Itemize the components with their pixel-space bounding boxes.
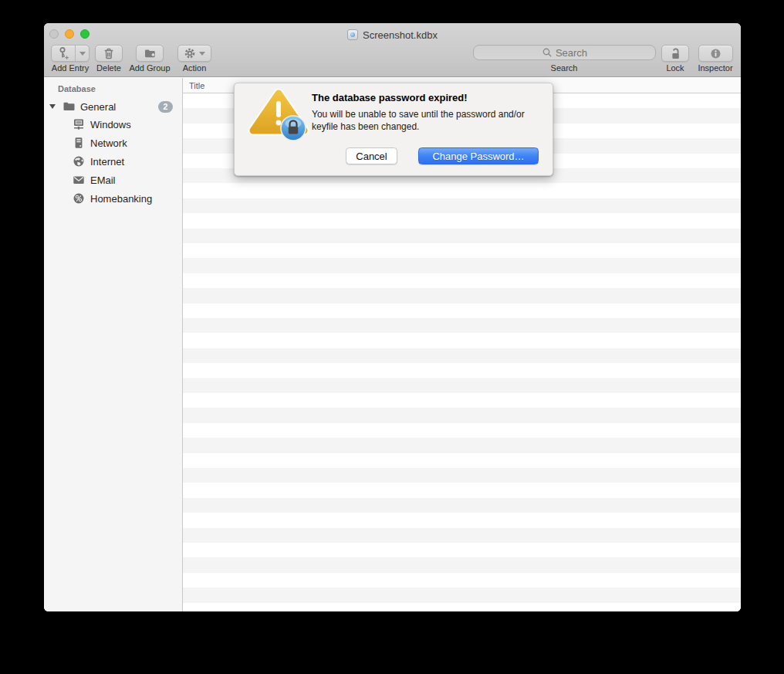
add-entry-label: Add Entry	[52, 63, 89, 73]
alert-title: The database password expired!	[312, 92, 468, 103]
warning-lock-icon	[245, 88, 312, 144]
chevron-down-icon	[199, 52, 205, 56]
sidebar-item-network[interactable]: Network	[44, 136, 182, 150]
lock-label: Lock	[666, 63, 684, 73]
disclosure-triangle-icon[interactable]	[49, 104, 56, 109]
internet-group-icon	[73, 155, 85, 168]
email-group-icon	[73, 174, 85, 186]
sidebar-item-homebanking[interactable]: Homebanking	[44, 191, 182, 205]
search-label: Search	[551, 63, 578, 73]
alert-body: You will be unable to save until the pas…	[312, 109, 543, 133]
sidebar-section-header: Database	[58, 84, 96, 93]
inspector-button[interactable]	[698, 45, 733, 62]
inspector-label: Inspector	[698, 63, 732, 73]
search-input[interactable]: Search	[473, 45, 656, 60]
add-group-label: Add Group	[129, 63, 170, 73]
sidebar-item-internet[interactable]: Internet	[44, 154, 182, 168]
action-label: Action	[183, 63, 207, 73]
close-button[interactable]	[49, 29, 59, 39]
cancel-button[interactable]: Cancel	[346, 147, 397, 164]
delete-label: Delete	[96, 63, 121, 73]
entry-count-badge: 2	[158, 101, 173, 113]
column-header-title: Title	[189, 81, 204, 90]
open-padlock-icon	[669, 47, 682, 60]
chevron-down-icon	[79, 52, 86, 56]
window-title: Screenshot.kdbx	[363, 29, 438, 41]
document-proxy-icon	[347, 29, 358, 40]
trash-icon	[103, 47, 115, 60]
change-password-button[interactable]: Change Password…	[418, 147, 539, 164]
sidebar-item-general[interactable]: General 2	[44, 100, 182, 113]
zoom-button[interactable]	[80, 29, 90, 39]
windows-group-icon	[73, 118, 85, 130]
lock-button[interactable]	[661, 45, 689, 62]
minimize-button[interactable]	[65, 29, 74, 39]
sidebar-item-label: Windows	[90, 119, 131, 130]
sidebar-item-email[interactable]: EMail	[44, 173, 182, 187]
action-button[interactable]	[177, 45, 211, 62]
search-placeholder: Search	[556, 47, 587, 59]
sidebar-item-label: General	[80, 101, 116, 113]
gear-icon	[184, 47, 196, 59]
sidebar: Database General 2 Windows	[44, 78, 183, 611]
homebanking-group-icon	[73, 192, 85, 205]
delete-button[interactable]	[95, 45, 123, 62]
add-entry-button[interactable]	[51, 45, 90, 62]
alert-popover: The database password expired! You will …	[234, 83, 553, 176]
info-icon	[709, 47, 722, 60]
sidebar-item-windows[interactable]: Windows	[44, 117, 182, 131]
add-entry-dropdown[interactable]	[76, 46, 89, 61]
titlebar-toolbar: Screenshot.kdbx Add Entry Delete	[44, 23, 741, 77]
sidebar-item-label: Internet	[90, 156, 124, 168]
titlebar: Screenshot.kdbx	[137, 28, 648, 42]
folder-icon	[63, 100, 76, 112]
sidebar-item-label: Homebanking	[90, 193, 152, 205]
search-icon	[542, 47, 553, 58]
sidebar-item-label: EMail	[90, 174, 116, 186]
network-group-icon	[73, 137, 85, 149]
key-plus-icon	[52, 46, 76, 61]
add-group-button[interactable]	[136, 45, 164, 62]
sidebar-item-label: Network	[90, 137, 127, 149]
folder-plus-icon	[144, 47, 157, 59]
